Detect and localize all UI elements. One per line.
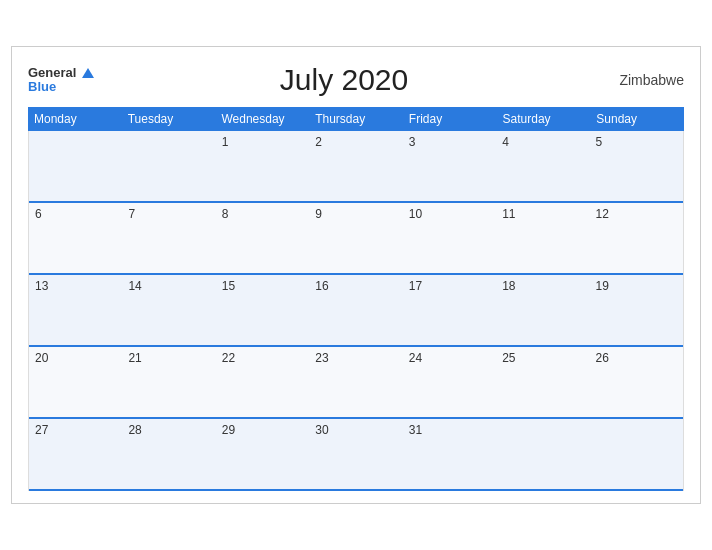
day-cell-2: 2 [309,131,402,203]
logo-triangle-icon [82,68,94,78]
day-cell-14: 14 [122,275,215,347]
logo-blue: Blue [28,80,94,94]
logo: General Blue [28,66,94,95]
empty-cell [29,131,122,203]
day-cell-10: 10 [403,203,496,275]
day-cell-3: 3 [403,131,496,203]
empty-cell [122,131,215,203]
day-cell-24: 24 [403,347,496,419]
day-header-friday: Friday [403,107,497,131]
day-cell-23: 23 [309,347,402,419]
day-cell-31: 31 [403,419,496,491]
header-row: General Blue July 2020 Zimbabwe [28,63,684,97]
day-cell-4: 4 [496,131,589,203]
day-cell-30: 30 [309,419,402,491]
day-cell-18: 18 [496,275,589,347]
empty-cell [590,419,683,491]
day-cell-16: 16 [309,275,402,347]
day-cell-17: 17 [403,275,496,347]
day-cell-19: 19 [590,275,683,347]
day-cell-8: 8 [216,203,309,275]
day-cell-27: 27 [29,419,122,491]
day-header-wednesday: Wednesday [215,107,309,131]
day-header-monday: Monday [28,107,122,131]
day-cell-20: 20 [29,347,122,419]
day-header-tuesday: Tuesday [122,107,216,131]
day-cell-6: 6 [29,203,122,275]
day-cell-1: 1 [216,131,309,203]
day-header-thursday: Thursday [309,107,403,131]
day-cell-5: 5 [590,131,683,203]
day-cell-29: 29 [216,419,309,491]
day-cell-7: 7 [122,203,215,275]
day-cell-15: 15 [216,275,309,347]
calendar-grid: 1 2 3 4 5 6 7 8 9 10 11 12 13 14 15 16 1… [28,131,684,491]
day-cell-9: 9 [309,203,402,275]
day-header-sunday: Sunday [590,107,684,131]
day-cell-26: 26 [590,347,683,419]
day-cell-12: 12 [590,203,683,275]
day-cell-13: 13 [29,275,122,347]
day-cell-22: 22 [216,347,309,419]
calendar-container: General Blue July 2020 Zimbabwe Monday T… [11,46,701,504]
day-cell-28: 28 [122,419,215,491]
calendar-title: July 2020 [94,63,594,97]
day-cell-21: 21 [122,347,215,419]
day-header-saturday: Saturday [497,107,591,131]
day-cell-11: 11 [496,203,589,275]
days-header: Monday Tuesday Wednesday Thursday Friday… [28,107,684,131]
day-cell-25: 25 [496,347,589,419]
logo-general: General [28,66,94,80]
country-label: Zimbabwe [594,72,684,88]
empty-cell [496,419,589,491]
